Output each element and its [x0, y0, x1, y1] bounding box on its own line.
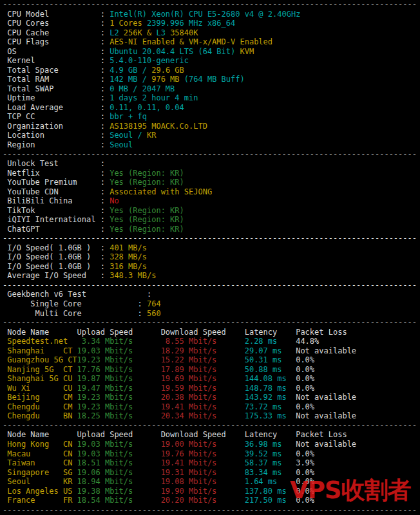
upload-speed: 18.25 Mbit/s — [77, 411, 161, 420]
packet-loss: 0.0% — [296, 355, 314, 364]
info-label: Unlock Test : — [3, 159, 110, 168]
download-speed: 19.08 Mbit/s — [161, 477, 245, 486]
node-name: Beijing CM — [3, 393, 77, 402]
info-value-segment: 142 MB / — [110, 75, 151, 84]
info-value-segment: 29.6 GB — [151, 66, 184, 75]
system-info-line: Total RAM : 142 MB / 976 MB (764 MB Buff… — [3, 75, 420, 84]
upload-speed: 19.03 Mbit/s — [77, 449, 161, 458]
download-speed: 19.31 Mbit/s — [161, 468, 245, 477]
download-speed: 20.34 Mbit/s — [161, 411, 245, 420]
col-packet-loss: Packet Loss — [296, 328, 347, 337]
packet-loss: 0.0% — [296, 449, 314, 458]
io-speed-line: I/O Speed( 1.0GB ) : 328 MB/s — [3, 252, 420, 262]
latency: 137.80 ms — [245, 487, 296, 496]
packet-loss: Not available — [296, 440, 356, 449]
info-value-segment: Yes (Region: KR) — [110, 225, 184, 234]
info-value-segment: Yes (Region: KR) — [110, 215, 184, 224]
latency: 143.92 ms — [245, 393, 296, 402]
io-speed-line: I/O Speed( 1.0GB ) : 316 MB/s — [3, 262, 420, 272]
info-value-segment: Intel(R) Xeon(R) CPU E5-2680 v4 @ 2.40GH… — [110, 10, 300, 19]
upload-speed: 18.54 Mbit/s — [77, 496, 161, 505]
info-label: YouTube Premium : — [3, 178, 110, 187]
geekbench-label: Single Core : — [3, 299, 147, 308]
packet-loss: Not available — [296, 346, 356, 355]
info-label: CPU Model : — [3, 10, 110, 19]
latency: 144.08 ms — [245, 374, 296, 383]
system-info-line: Total Space : 4.9 GB / 29.6 GB — [3, 66, 420, 75]
upload-speed: 19.23 Mbit/s — [77, 393, 161, 402]
unlock-test-line: iQIYI International : Yes (Region: KR) — [3, 215, 420, 225]
geekbench-score-line: Multi Core : 560 — [3, 309, 420, 319]
info-value-segment: AES-NI Enabled & VM-x/AMD-V Enabled — [110, 37, 272, 46]
download-speed: 8.55 Mbit/s — [161, 337, 245, 346]
packet-loss: Not available — [296, 411, 356, 420]
table-row: Chengdu CM 19.23 Mbit/s 19.41 Mbit/s 73.… — [3, 402, 420, 412]
table-header-row: Node Name Upload Speed Download Speed La… — [3, 328, 420, 337]
upload-speed: 17.76 Mbit/s — [77, 365, 161, 374]
info-value-segment: 401 MB/s — [110, 243, 147, 252]
node-name: Nanjing 5G CT — [3, 365, 77, 374]
info-label: Netflix : — [3, 169, 110, 178]
system-info-line: Total SWAP : 0 MB / 2047 MB — [3, 84, 420, 94]
system-info-line: Location : Seoul / KR — [3, 131, 420, 140]
packet-loss: 3.9% — [296, 458, 314, 467]
info-label: ChatGPT : — [3, 225, 110, 234]
col-node-name: Node Name — [3, 430, 77, 439]
upload-speed: 19.87 Mbit/s — [77, 374, 161, 383]
node-name: Chengdu CM — [3, 402, 77, 411]
upload-speed: 3.34 Mbit/s — [77, 337, 161, 346]
info-value-segment: No — [110, 196, 119, 205]
info-label: Load Average : — [3, 103, 110, 112]
download-speed: 19.76 Mbit/s — [161, 449, 245, 458]
info-label: Organization : — [3, 122, 110, 131]
latency: 1.64 ms — [245, 477, 296, 486]
packet-loss: 0.0% — [296, 365, 314, 374]
upload-speed: 19.38 Mbit/s — [77, 487, 161, 496]
latency: 39.52 ms — [245, 449, 296, 458]
info-label: Uptime : — [3, 93, 110, 102]
col-node-name: Node Name — [3, 328, 77, 337]
info-label: Total SWAP : — [3, 84, 110, 93]
node-name: Shanghai CT — [3, 346, 77, 355]
node-name: Guangzhou 5G CT — [3, 355, 77, 364]
download-speed: 17.89 Mbit/s — [161, 365, 245, 374]
col-upload-speed: Upload Speed — [77, 328, 161, 337]
col-latency: Latency — [245, 328, 296, 337]
info-value-segment: Ubuntu 20.04.4 LTS (64 Bit) — [110, 47, 240, 56]
info-value-segment: Yes (Region: KR) — [110, 178, 184, 187]
separator: ----------------------------------------… — [3, 318, 417, 327]
latency: 217.50 ms — [245, 496, 296, 505]
table-row: Speedtest.net 3.34 Mbit/s 8.55 Mbit/s 2.… — [3, 337, 420, 346]
system-info-line: TCP CC : bbr + fq — [3, 112, 420, 122]
info-label: I/O Speed( 1.0GB ) : — [3, 252, 110, 261]
unlock-test-line: TikTok : Yes (Region: KR) — [3, 206, 420, 216]
info-value-segment: KVM — [240, 47, 254, 56]
info-label: I/O Speed( 1.0GB ) : — [3, 243, 110, 252]
info-value-segment: 1 Cores — [110, 19, 147, 28]
col-download-speed: Download Speed — [161, 328, 245, 337]
node-name: Chengdu BN — [3, 411, 77, 420]
packet-loss: Not available — [296, 393, 356, 402]
col-packet-loss: Packet Loss — [296, 430, 347, 439]
table-row: Shanghai 5G CU 19.87 Mbit/s 19.69 Mbit/s… — [3, 374, 420, 384]
download-speed: 20.20 Mbit/s — [161, 496, 245, 505]
table-row: Beijing CM 19.23 Mbit/s 20.38 Mbit/s 143… — [3, 393, 420, 402]
info-label: CPU Flags : — [3, 37, 110, 46]
latency: 58.37 ms — [245, 458, 296, 467]
download-speed: 19.59 Mbit/s — [161, 384, 245, 393]
info-value-segment: 328 MB/s — [110, 252, 147, 261]
system-info-line: Region : Seoul — [3, 140, 420, 150]
unlock-test-line: YouTube CDN : Associated with SEJONG — [3, 187, 420, 197]
info-value-segment: Yes (Region: KR) — [110, 206, 184, 215]
latency: 29.07 ms — [245, 346, 296, 355]
table-row: Nanjing 5G CT 17.76 Mbit/s 17.89 Mbit/s … — [3, 365, 420, 375]
separator-line: ----------------------------------------… — [3, 234, 420, 243]
geekbench-score: 764 — [147, 299, 161, 308]
info-value-segment: 0 MB / 2047 MB — [110, 84, 175, 93]
unlock-test-line: YouTube Premium : Yes (Region: KR) — [3, 178, 420, 187]
node-name: France FR — [3, 496, 77, 505]
info-label: CPU Cores : — [3, 19, 110, 28]
info-label: iQIYI International : — [3, 215, 110, 224]
latency: 175.33 ms — [245, 411, 296, 420]
node-name: Taiwan CN — [3, 458, 77, 467]
